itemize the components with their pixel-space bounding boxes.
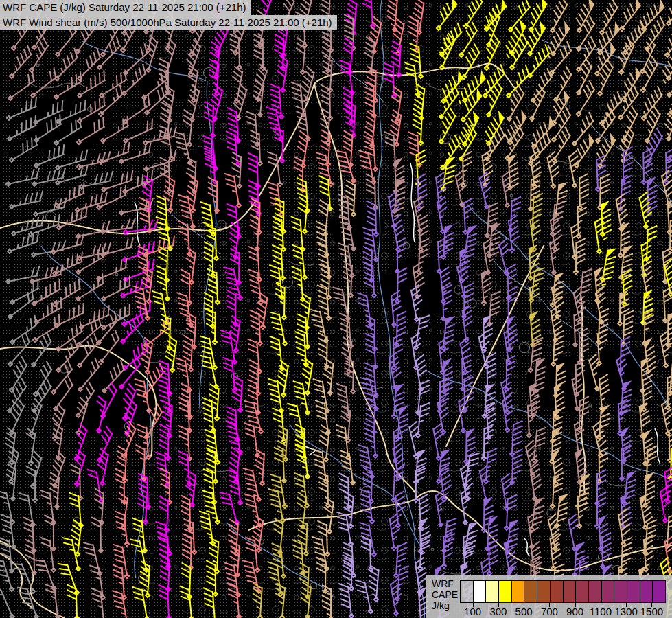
colorbar-cell xyxy=(564,581,577,602)
colorbar-cell xyxy=(551,581,564,602)
weather-map xyxy=(0,0,672,618)
colorbar-cell xyxy=(486,581,499,602)
legend-title-line: J/kg xyxy=(432,600,458,611)
legend-tick-label: 1500 xyxy=(636,606,667,617)
colorbar-cell xyxy=(499,581,512,602)
cape-colorbar xyxy=(460,580,666,603)
colorbar-cell xyxy=(589,581,602,602)
colorbar-cell xyxy=(627,581,640,602)
colorbar-cell xyxy=(602,581,615,602)
colorbar-cell xyxy=(614,581,627,602)
legend-title-line: CAPE xyxy=(432,589,458,600)
colorbar-cell xyxy=(537,581,551,602)
legend-title-line: WRF xyxy=(432,578,458,589)
map-title: WRF CAPE (J/kg) Saturday 22-11-2025 21:0… xyxy=(0,0,337,30)
legend-title: WRF CAPE J/kg xyxy=(432,578,458,611)
title-line-cape: WRF CAPE (J/kg) Saturday 22-11-2025 21:0… xyxy=(0,0,251,15)
cape-legend: WRF CAPE J/kg 10030050070090011001300150… xyxy=(426,575,672,618)
colorbar-cell xyxy=(576,581,589,602)
title-line-shear: WRF Wind shear (m/s) 500/1000hPa Saturda… xyxy=(0,15,337,30)
wrf-map-page: { "header": { "line1": "WRF CAPE (J/kg) … xyxy=(0,0,672,618)
colorbar-cell xyxy=(461,581,474,602)
colorbar-cell xyxy=(640,581,653,602)
colorbar-cell xyxy=(653,581,665,602)
colorbar-cell xyxy=(474,581,487,602)
colorbar-cell xyxy=(524,581,537,602)
colorbar-cell xyxy=(512,581,525,602)
